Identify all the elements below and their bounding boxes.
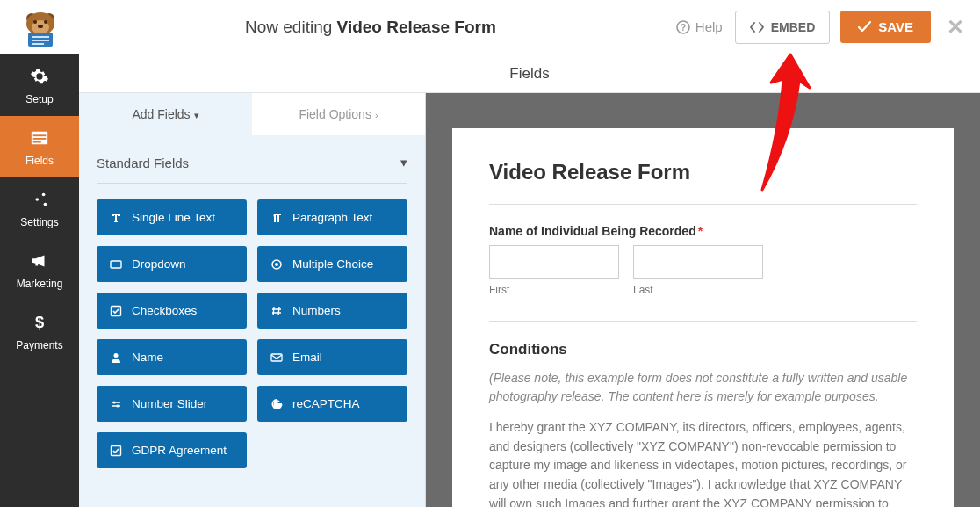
- conditions-title: Conditions: [489, 341, 917, 359]
- field-paragraph-text[interactable]: Paragraph Text: [257, 199, 407, 235]
- form-name: Video Release Form: [337, 18, 496, 36]
- svg-point-5: [44, 20, 47, 24]
- required-asterisk: *: [698, 224, 703, 238]
- nav-marketing[interactable]: Marketing: [0, 239, 79, 301]
- field-single-line-text[interactable]: Single Line Text: [97, 199, 247, 235]
- svg-point-17: [42, 193, 46, 197]
- field-email[interactable]: Email: [257, 339, 407, 375]
- user-icon: [109, 351, 123, 364]
- svg-point-19: [44, 203, 47, 206]
- form-preview-area: Video Release Form Name of Individual Be…: [426, 54, 980, 507]
- first-sublabel: First: [489, 284, 619, 296]
- list-icon: [4, 128, 76, 151]
- svg-point-27: [112, 401, 115, 403]
- nav-settings[interactable]: Settings: [0, 177, 79, 239]
- field-checkboxes[interactable]: Checkboxes: [97, 293, 247, 329]
- tab-field-options[interactable]: Field Options›: [252, 93, 425, 135]
- nav-fields[interactable]: Fields: [0, 116, 79, 177]
- svg-point-18: [35, 198, 39, 201]
- nav-marketing-label: Marketing: [17, 278, 63, 290]
- paragraph-icon: [270, 212, 284, 224]
- first-name-input[interactable]: [489, 245, 619, 279]
- field-gdpr[interactable]: GDPR Agreement: [97, 432, 247, 468]
- standard-fields-section: Standard Fields ▾ Single Line Text Parag…: [79, 135, 425, 482]
- svg-rect-16: [33, 141, 41, 143]
- conditions-note: (Please note, this example form does not…: [489, 369, 917, 406]
- checkbox-icon: [109, 305, 123, 317]
- fields-panel: Add Fields▾ Field Options› Standard Fiel…: [79, 54, 426, 507]
- embed-icon: [750, 21, 764, 33]
- field-recaptcha[interactable]: reCAPTCHA: [257, 386, 407, 422]
- check-square-icon: [109, 445, 123, 457]
- radio-icon: [270, 258, 284, 271]
- embed-label: EMBED: [771, 20, 816, 34]
- form-card[interactable]: Video Release Form Name of Individual Be…: [452, 128, 954, 507]
- chevron-down-icon: ▾: [400, 155, 407, 170]
- dollar-icon: $: [4, 313, 76, 336]
- top-bar: Now editing Video Release Form ? Help EM…: [0, 0, 980, 54]
- tab-add-fields[interactable]: Add Fields▾: [79, 93, 252, 135]
- svg-point-28: [116, 404, 119, 407]
- close-button[interactable]: ✕: [947, 15, 964, 40]
- nav-setup-label: Setup: [25, 93, 53, 105]
- panel-tabs: Add Fields▾ Field Options›: [79, 93, 425, 135]
- help-label: Help: [695, 19, 723, 34]
- dropdown-icon: [109, 258, 123, 271]
- field-buttons-grid: Single Line Text Paragraph Text Dropdown…: [97, 199, 407, 468]
- help-icon: ?: [676, 20, 690, 34]
- divider: [489, 321, 917, 322]
- svg-rect-15: [33, 138, 47, 140]
- svg-rect-9: [32, 40, 49, 41]
- nav-setup[interactable]: Setup: [0, 54, 79, 116]
- field-multiple-choice[interactable]: Multiple Choice: [257, 246, 407, 282]
- text-icon: [109, 212, 123, 224]
- svg-rect-14: [33, 134, 47, 136]
- svg-text:$: $: [35, 313, 44, 331]
- form-title: Video Release Form: [489, 160, 917, 185]
- save-button[interactable]: SAVE: [840, 11, 931, 43]
- sliders-icon: [4, 190, 76, 213]
- gear-icon: [4, 67, 76, 90]
- editing-title: Now editing Video Release Form: [65, 18, 676, 37]
- panel-header: Fields: [79, 54, 980, 93]
- svg-text:?: ?: [681, 23, 686, 33]
- svg-point-25: [114, 353, 119, 358]
- name-sublabels: First Last: [489, 284, 917, 296]
- hash-icon: [270, 305, 284, 317]
- svg-rect-10: [32, 43, 44, 45]
- field-number-slider[interactable]: Number Slider: [97, 386, 247, 422]
- save-label: SAVE: [878, 19, 913, 34]
- svg-point-6: [38, 25, 43, 28]
- nav-payments-label: Payments: [16, 339, 62, 351]
- google-icon: [270, 398, 284, 410]
- svg-rect-26: [271, 354, 282, 361]
- bullhorn-icon: [4, 251, 76, 274]
- conditions-body: I hereby grant the XYZ COMPANY, its dire…: [489, 418, 917, 507]
- field-numbers[interactable]: Numbers: [257, 293, 407, 329]
- help-link[interactable]: ? Help: [676, 19, 723, 34]
- wpforms-logo: [16, 6, 65, 48]
- standard-fields-header[interactable]: Standard Fields ▾: [97, 149, 407, 184]
- check-icon: [858, 21, 871, 33]
- field-dropdown[interactable]: Dropdown: [97, 246, 247, 282]
- editing-prefix: Now editing: [245, 18, 332, 36]
- side-nav: Setup Fields Settings Marketing $ Paymen…: [0, 54, 79, 507]
- last-name-input[interactable]: [633, 245, 763, 279]
- name-inputs: [489, 245, 917, 279]
- chevron-down-icon: ▾: [194, 110, 199, 120]
- last-sublabel: Last: [633, 284, 763, 296]
- svg-rect-8: [32, 36, 49, 38]
- name-field-label: Name of Individual Being Recorded*: [489, 224, 917, 238]
- embed-button[interactable]: EMBED: [735, 11, 831, 44]
- body: Setup Fields Settings Marketing $ Paymen…: [0, 54, 980, 507]
- email-icon: [270, 351, 284, 364]
- field-name[interactable]: Name: [97, 339, 247, 375]
- divider: [489, 204, 917, 205]
- nav-settings-label: Settings: [20, 216, 58, 228]
- slider-icon: [109, 398, 123, 410]
- preview-inner: Video Release Form Name of Individual Be…: [426, 93, 980, 507]
- chevron-right-icon: ›: [375, 110, 378, 120]
- svg-point-4: [33, 20, 37, 24]
- nav-fields-label: Fields: [25, 155, 54, 167]
- nav-payments[interactable]: $ Payments: [0, 301, 79, 362]
